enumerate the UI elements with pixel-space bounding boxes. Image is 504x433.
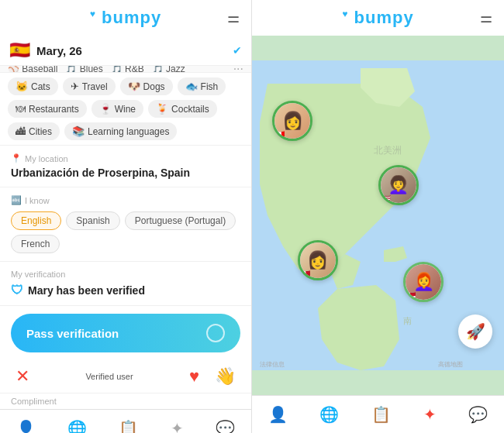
lang-portuguese[interactable]: Portuguese (Portugal) bbox=[125, 211, 236, 230]
languages-section: 🔤 I know English Spanish Portuguese (Por… bbox=[0, 187, 251, 262]
pass-verification-button[interactable]: Pass verification bbox=[11, 314, 240, 352]
interest-baseball: ⚾ Baseball bbox=[8, 66, 57, 73]
location-label: 📍 My location bbox=[11, 153, 240, 163]
map-bubble-usa[interactable]: 👩‍🦱 🇺🇸 ❤ bbox=[378, 165, 419, 205]
interest-blues: 🎵 Blues bbox=[65, 66, 102, 73]
languages-icon: 🔤 bbox=[11, 195, 22, 205]
svg-text:高德地图: 高德地图 bbox=[438, 361, 463, 368]
wave-button[interactable]: 👋 bbox=[215, 366, 236, 387]
profile-bar: 🇪🇸 Mary, 26 ✔ bbox=[0, 36, 251, 66]
interest-jazz: 🎵 Jazz bbox=[152, 66, 185, 73]
map-nav-profile[interactable]: 👤 bbox=[261, 402, 295, 427]
like-button[interactable]: ♥ bbox=[189, 366, 199, 387]
tag-learning-languages[interactable]: 📚Learning languages bbox=[64, 122, 177, 140]
filter-icon[interactable]: ⚌ bbox=[227, 9, 240, 26]
map-header: ♥ bumpy ⚌ bbox=[252, 0, 504, 36]
map-bubble-canada[interactable]: 👩 🇨🇦 💛 bbox=[272, 101, 312, 141]
interests-bar: ⚾ Baseball 🎵 Blues 🎵 R&B 🎵 Jazz ··· bbox=[0, 66, 251, 73]
svg-text:北美洲: 北美洲 bbox=[374, 145, 402, 156]
right-logo: ♥ bumpy bbox=[342, 8, 413, 28]
location-icon: 📍 bbox=[11, 153, 22, 163]
map-bubble-mexico[interactable]: 👩 🇲🇽 💛 bbox=[298, 240, 338, 280]
tag-fish[interactable]: 🐟Fish bbox=[178, 77, 226, 95]
languages-label: 🔤 I know bbox=[11, 195, 240, 205]
location-value: Urbanización de Proserpina, Spain bbox=[11, 167, 240, 179]
pass-button-circle bbox=[206, 324, 225, 342]
lang-french[interactable]: French bbox=[11, 235, 60, 253]
map-nav-discover[interactable]: ✦ bbox=[416, 402, 444, 427]
tag-cities[interactable]: 🏙Cities bbox=[8, 122, 60, 140]
badge-suffix: ser bbox=[121, 372, 133, 381]
interest-rnb: 🎵 R&B bbox=[111, 66, 144, 73]
nav-explore[interactable]: 🌐 bbox=[60, 416, 95, 433]
tag-travel[interactable]: ✈Travel bbox=[63, 77, 116, 95]
tag-cocktails[interactable]: 🍹Cocktails bbox=[148, 100, 217, 118]
map-bubble-dr[interactable]: 👩‍🦰 🇩🇴 💛 bbox=[403, 262, 444, 302]
language-tags: English Spanish Portuguese (Portugal) Fr… bbox=[11, 211, 240, 253]
logo-heart: ♥ bbox=[90, 9, 96, 19]
tag-wine[interactable]: 🍷Wine bbox=[91, 100, 143, 118]
svg-text:法律信息: 法律信息 bbox=[260, 361, 285, 368]
left-header: ♥ bumpy ⚌ bbox=[0, 0, 251, 36]
map-container[interactable]: 北美洲 南 法律信息 高德地图 👩 🇨🇦 💛 👩‍🦱 🇺🇸 ❤ 👩 🇲🇽 💛 bbox=[252, 36, 504, 395]
compliment-label: Compliment bbox=[0, 393, 251, 409]
left-logo: ♥ bumpy bbox=[90, 8, 161, 28]
verification-section: My verification 🛡 Mary has been verified bbox=[0, 262, 251, 306]
action-bar: ✕ Verified user ♥ 👋 bbox=[0, 360, 251, 393]
shield-icon: 🛡 bbox=[11, 284, 23, 297]
svg-text:南: 南 bbox=[403, 316, 412, 325]
lang-english[interactable]: English bbox=[11, 211, 61, 230]
map-nav-explore[interactable]: 🌐 bbox=[312, 402, 347, 427]
profile-name: Mary, 26 bbox=[36, 44, 230, 57]
map-filter-icon[interactable]: ⚌ bbox=[480, 9, 492, 26]
nav-cards[interactable]: 📋 bbox=[111, 416, 146, 433]
nav-messages[interactable]: 💬 bbox=[208, 416, 243, 433]
nav-profile[interactable]: 👤 bbox=[9, 416, 43, 433]
left-panel: ♥ bumpy ⚌ 🇪🇸 Mary, 26 ✔ ⚾ Baseball 🎵 Blu… bbox=[0, 0, 252, 433]
verified-check-icon: ✔ bbox=[233, 44, 242, 57]
dislike-button[interactable]: ✕ bbox=[16, 366, 29, 387]
map-nav-cards[interactable]: 📋 bbox=[364, 402, 399, 427]
lang-spanish[interactable]: Spanish bbox=[66, 211, 119, 230]
more-interests-button[interactable]: ··· bbox=[233, 66, 243, 73]
right-panel: ♥ bumpy ⚌ 北美洲 南 法律信息 高德地图 bbox=[252, 0, 504, 433]
verification-text: 🛡 Mary has been verified bbox=[11, 284, 240, 297]
location-section: 📍 My location Urbanización de Proserpina… bbox=[0, 146, 251, 187]
tags-section: 🐱Cats ✈Travel 🐶Dogs 🐟Fish 🍽Restaurants 🍷… bbox=[0, 73, 251, 146]
verified-badge-text: Verified user bbox=[45, 372, 174, 381]
map-bottom-nav: 👤 🌐 📋 ✦ 💬 bbox=[252, 395, 504, 433]
nav-discover[interactable]: ✦ bbox=[163, 416, 192, 433]
tag-cats[interactable]: 🐱Cats bbox=[8, 77, 58, 95]
tag-restaurants[interactable]: 🍽Restaurants bbox=[8, 100, 87, 118]
profile-flag: 🇪🇸 bbox=[9, 40, 30, 60]
verification-label: My verification bbox=[11, 270, 240, 279]
left-bottom-nav: 👤 🌐 📋 ✦ 💬 bbox=[0, 409, 251, 433]
right-logo-heart: ♥ bbox=[342, 9, 348, 19]
map-fab-button[interactable]: 🚀 bbox=[458, 314, 492, 349]
tag-dogs[interactable]: 🐶Dogs bbox=[120, 77, 173, 95]
map-nav-messages[interactable]: 💬 bbox=[461, 402, 495, 427]
